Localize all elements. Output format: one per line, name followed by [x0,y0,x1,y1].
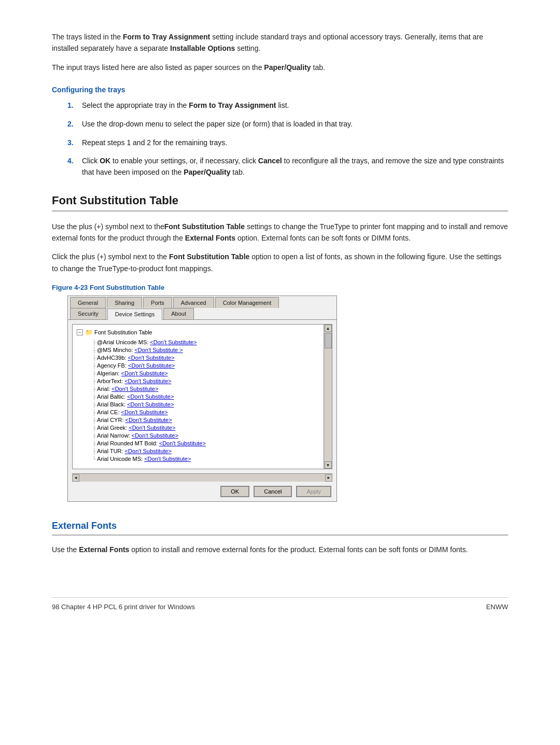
dont-sub-link[interactable]: <Don't Substitute > [134,347,183,353]
dont-sub-link[interactable]: <Don't Substitute> [128,362,175,369]
tree-line-icon: ├ [92,410,96,415]
step-4: 4. Click OK to enable your settings, or,… [67,156,508,178]
font-sub-para-1: Use the plus (+) symbol next to theFont … [52,221,508,244]
font-item-text: Arial Unicode MS: <Don't Substitute> [97,456,191,462]
scroll-track [79,474,325,482]
list-item: ├Arial CE: <Don't Substitute> [77,409,321,415]
step-1: 1. Select the appropriate tray in the Fo… [67,100,508,111]
font-sub-para-2: Click the plus (+) symbol next to the Fo… [52,251,508,274]
font-item-text: Arial TUR: <Don't Substitute> [97,448,172,454]
tab-ports[interactable]: Ports [143,297,172,308]
dont-sub-link[interactable]: <Don't Substitute> [144,456,191,462]
dont-sub-link[interactable]: <Don't Substitute> [127,393,174,400]
tab-security[interactable]: Security [70,308,106,319]
step-3: 3. Repeat steps 1 and 2 for the remainin… [67,137,508,149]
step-2-num: 2. [67,119,82,130]
vertical-scrollbar[interactable]: ▲ ▼ [324,325,332,469]
dialog-buttons-area: OK Cancel Apply [68,482,337,501]
font-item-text: ArborText: <Don't Substitute> [97,378,171,384]
dont-sub-link[interactable]: <Don't Substitute> [132,432,178,439]
dialog-tab-row-1: General Sharing Ports Advanced Color Man… [68,296,337,308]
list-item: ├@MS Mincho: <Don't Substitute > [77,347,321,353]
scroll-thumb[interactable] [325,333,332,348]
figure-label: Figure 4-23 Font Substitution Table [52,284,508,291]
intro-para-2: The input trays listed here are also lis… [52,62,508,73]
intro-para-1: The trays listed in the Form to Tray Ass… [52,31,508,54]
dont-sub-link[interactable]: <Don't Substitute> [124,378,171,384]
step-1-text: Select the appropriate tray in the Form … [82,100,508,111]
dont-sub-link[interactable]: <Don't Substitute> [128,355,174,361]
tree-collapse-icon[interactable]: − [77,329,83,335]
dont-sub-link[interactable]: <Don't Substitute> [159,440,206,446]
tree-line-icon: ├ [92,378,96,384]
font-item-text: @MS Mincho: <Don't Substitute > [97,347,183,353]
step-1-num: 1. [67,100,82,111]
dont-sub-link[interactable]: <Don't Substitute> [127,401,174,407]
dont-sub-link[interactable]: <Don't Substitute> [150,339,197,345]
horizontal-scrollbar[interactable]: ◄ ► [72,473,332,482]
font-item-text: Arial: <Don't Substitute> [97,386,158,392]
tab-sharing[interactable]: Sharing [107,297,142,308]
tab-device-settings[interactable]: Device Settings [107,308,162,320]
tree-folder-icon: 📁 [85,329,93,336]
configuring-heading: Configuring the trays [52,86,508,94]
font-item-text: Arial Greek: <Don't Substitute> [97,425,175,431]
font-item-text: Arial CE: <Don't Substitute> [97,409,168,415]
tree-line-icon: ├ [92,371,96,376]
dialog-content-area: − 📁 Font Substitution Table ├@Arial Unic… [72,324,332,469]
font-item-text: Arial Black: <Don't Substitute> [97,401,174,407]
scroll-left-button[interactable]: ◄ [72,474,79,482]
tree-line-icon: ├ [92,417,96,423]
tree-line-icon: └ [92,456,96,462]
tab-general[interactable]: General [70,297,106,308]
step-4-num: 4. [67,156,82,167]
external-fonts-heading: External Fonts [52,521,508,536]
dont-sub-link[interactable]: <Don't Substitute> [125,448,172,454]
scroll-right-button[interactable]: ► [325,474,332,482]
tree-line-icon: ├ [92,425,96,431]
tree-root-label: Font Substitution Table [94,329,152,335]
step-3-num: 3. [67,137,82,149]
footer-left: 98 Chapter 4 HP PCL 6 print driver for W… [52,603,195,611]
dont-sub-link[interactable]: <Don't Substitute> [129,425,175,431]
cancel-button[interactable]: Cancel [254,486,292,497]
font-substitution-heading: Font Substitution Table [52,194,508,212]
list-item: └Arial Unicode MS: <Don't Substitute> [77,456,321,462]
list-item: ├@Arial Unicode MS: <Don't Substitute> [77,339,321,345]
page-content: The trays listed in the Form to Tray Ass… [0,0,560,652]
apply-button[interactable]: Apply [296,486,331,497]
list-item: ├Arial CYR: <Don't Substitute> [77,417,321,423]
font-item-text: Agency FB: <Don't Substitute> [97,362,175,369]
step-3-text: Repeat steps 1 and 2 for the remaining t… [82,137,508,149]
list-item: ├Arial Greek: <Don't Substitute> [77,425,321,431]
step-2-text: Use the drop-down menu to select the pap… [82,119,508,130]
scroll-up-button[interactable]: ▲ [325,325,332,332]
dont-sub-link[interactable]: <Don't Substitute> [111,386,158,392]
tree-line-icon: ├ [92,448,96,454]
tree-line-icon: ├ [92,340,96,345]
list-item: ├Arial: <Don't Substitute> [77,386,321,392]
list-item: ├Arial Baltic: <Don't Substitute> [77,393,321,400]
scroll-down-button[interactable]: ▼ [325,461,332,469]
tree-line-icon: ├ [92,433,96,439]
ok-button[interactable]: OK [220,486,249,497]
tab-color-management[interactable]: Color Management [215,297,279,308]
tree-line-icon: ├ [92,441,96,446]
font-item-text: Arial Narrow: <Don't Substitute> [97,432,178,439]
list-item: ├Arial Black: <Don't Substitute> [77,401,321,407]
dialog-tab-row-2: Security Device Settings About [68,308,337,320]
dont-sub-link[interactable]: <Don't Substitute> [125,417,172,423]
font-item-text: AdvHC39b: <Don't Substitute> [97,355,174,361]
tree-line-icon: ├ [92,363,96,369]
font-item-text: @Arial Unicode MS: <Don't Substitute> [97,339,197,345]
dont-sub-link[interactable]: <Don't Substitute> [121,370,168,376]
list-item: ├Arial TUR: <Don't Substitute> [77,448,321,454]
step-2: 2. Use the drop-down menu to select the … [67,119,508,130]
step-4-text: Click OK to enable your settings, or, if… [82,156,508,178]
dont-sub-link[interactable]: <Don't Substitute> [121,409,168,415]
footer-right: ENWW [486,603,508,611]
tab-advanced[interactable]: Advanced [173,297,214,308]
tab-about[interactable]: About [163,308,194,319]
font-item-text: Algerian: <Don't Substitute> [97,370,168,376]
tree-line-icon: ├ [92,394,96,400]
